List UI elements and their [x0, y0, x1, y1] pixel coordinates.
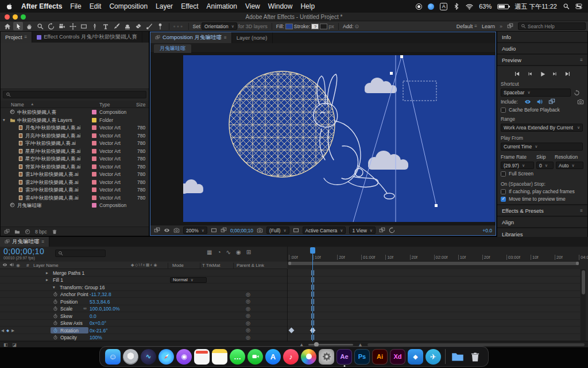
timeline-search-box[interactable] — [55, 250, 106, 257]
dock-photoshop-icon[interactable]: Ps — [354, 349, 370, 365]
dock-messages-icon[interactable]: … — [230, 349, 245, 365]
pickwhip-icon[interactable]: ◎ — [246, 298, 250, 304]
exposure-value[interactable]: +0.0 — [482, 228, 492, 233]
frame-rate-select[interactable]: (29.97) — [501, 162, 534, 169]
workspace-overflow-icon[interactable]: » — [500, 24, 502, 29]
rectangle-tool[interactable] — [79, 22, 88, 30]
label-color-chip[interactable] — [92, 164, 96, 169]
glasses-icon[interactable] — [173, 227, 180, 233]
stopwatch-icon[interactable] — [53, 299, 58, 304]
hand-tool[interactable] — [24, 22, 34, 30]
stopwatch-icon[interactable] — [53, 292, 58, 297]
timeline-row-track[interactable] — [288, 334, 580, 342]
blend-mode-select[interactable]: Normal — [170, 277, 207, 283]
timeline-row-label[interactable]: Skew0.0◎ — [0, 312, 287, 320]
resolution-select[interactable]: (Full) — [266, 227, 289, 234]
play-from-select[interactable]: Current Time — [501, 143, 583, 151]
snapshot-icon[interactable] — [257, 227, 263, 233]
project-item-row[interactable]: 中秋節快樂鐵人賽Composition — [1, 108, 149, 116]
workspace-select[interactable]: Default≡ — [457, 24, 477, 29]
menu-layer[interactable]: Layer — [156, 2, 173, 10]
composition-mini-flowchart-icon[interactable]: ▦ — [207, 249, 212, 255]
label-color-chip[interactable] — [92, 125, 96, 130]
region-of-interest-icon[interactable] — [293, 227, 299, 233]
composition-canvas[interactable] — [150, 53, 496, 226]
pickwhip-icon[interactable]: ◎ — [246, 335, 250, 340]
panel-menu-icon[interactable]: ≡ — [580, 57, 583, 63]
pickwhip-icon[interactable]: ◎ — [246, 292, 250, 297]
mask-visibility-icon[interactable] — [220, 227, 227, 233]
next-frame-button[interactable] — [551, 70, 559, 78]
reset-preview-icon[interactable] — [574, 90, 580, 96]
motion-blur-icon[interactable]: ◉ — [236, 249, 241, 255]
stroke-swatch[interactable]: ? — [311, 24, 319, 29]
timeline-row-label[interactable]: ▸Merge Paths 1 — [0, 269, 287, 277]
timeline-row-label[interactable]: Opacity100%◎ — [0, 334, 287, 342]
viewer-timecode[interactable]: 0;00;00;10 — [230, 228, 253, 233]
property-value[interactable]: 100.0,100.0% — [90, 306, 119, 312]
graph-editor-icon[interactable]: ⊞ — [246, 249, 251, 255]
spotlight-icon[interactable] — [563, 3, 570, 10]
menu-effect[interactable]: Effect — [181, 2, 198, 10]
eraser-tool[interactable] — [133, 22, 143, 30]
info-panel-header[interactable]: Info — [497, 32, 587, 43]
stopwatch-icon[interactable] — [53, 335, 58, 340]
property-value[interactable]: 100% — [90, 335, 102, 340]
stopwatch-icon[interactable] — [53, 306, 58, 311]
preview-panel-header[interactable]: Preview≡ — [497, 55, 587, 66]
home-tool[interactable] — [2, 22, 12, 30]
timeline-track-area[interactable] — [287, 269, 580, 341]
project-item-row[interactable]: 月兔嘛哇噻Composition — [1, 201, 149, 209]
current-timecode[interactable]: 0;00;00;10 — [3, 247, 44, 256]
play-button[interactable] — [538, 70, 547, 78]
bluetooth-icon[interactable] — [453, 3, 460, 10]
menu-animation[interactable]: Animation — [207, 2, 237, 10]
stopwatch-icon[interactable] — [53, 320, 58, 325]
playhead-handle[interactable] — [310, 247, 315, 254]
include-overlays-icon[interactable] — [548, 98, 555, 105]
align-panel-header[interactable]: Align — [497, 217, 587, 228]
timeline-zoom-slider[interactable] — [308, 344, 353, 346]
frame-blending-icon[interactable]: ∿ — [226, 249, 231, 255]
project-item-row[interactable]: 星星/中秋節快樂鐵人賽.aiVector Art780 — [1, 147, 149, 155]
shortcut-select[interactable]: Spacebar — [501, 89, 571, 97]
always-preview-icon[interactable] — [154, 227, 160, 233]
first-frame-button[interactable] — [513, 70, 521, 78]
dock-podcasts-icon[interactable]: ◉ — [176, 349, 192, 365]
create-folder-icon[interactable] — [14, 229, 20, 235]
keyframe-diamond[interactable] — [289, 327, 295, 333]
project-trash-icon[interactable] — [52, 229, 57, 235]
clone-stamp-tool[interactable] — [122, 22, 132, 30]
work-area-bar[interactable] — [288, 262, 579, 265]
fast-previews-icon[interactable] — [389, 227, 395, 233]
timeline-row-track[interactable] — [288, 320, 580, 327]
last-frame-button[interactable] — [563, 70, 572, 78]
scrollbar-thumb[interactable] — [582, 270, 585, 294]
camera-select[interactable]: Active Camera — [303, 227, 346, 234]
roto-brush-tool[interactable] — [144, 22, 154, 30]
apple-menu[interactable] — [6, 3, 13, 10]
timeline-row-track[interactable] — [288, 327, 580, 334]
panel-menu-icon[interactable]: ≡ — [224, 35, 227, 40]
timeline-row-label[interactable]: Position53.3,84.6◎ — [0, 298, 287, 305]
type-tool[interactable] — [100, 22, 110, 30]
full-screen-checkbox[interactable] — [501, 171, 506, 177]
stroke-width-field[interactable] — [320, 24, 327, 29]
pickwhip-icon[interactable]: ◎ — [246, 327, 250, 333]
label-color-chip[interactable] — [92, 187, 96, 192]
search-help-box[interactable] — [518, 22, 586, 30]
project-item-row[interactable]: 雲1/中秋節快樂鐵人賽.aiVector Art780 — [1, 170, 149, 178]
timeline-row-label[interactable]: Scale∞100.0,100.0%◎ — [0, 305, 287, 313]
tab-project[interactable]: Project ≡ — [1, 32, 32, 43]
expand-layers-icon[interactable]: ◪ — [13, 342, 17, 347]
column-trkmat[interactable]: T TrkMat — [202, 263, 220, 268]
project-search-input[interactable] — [13, 92, 139, 98]
timeline-row-track[interactable] — [288, 269, 580, 277]
timeline-vertical-scrollbar[interactable] — [581, 269, 586, 341]
label-color-chip[interactable] — [92, 110, 96, 114]
dock-photos-icon[interactable] — [301, 349, 316, 365]
twirl-icon[interactable]: ▾ — [53, 285, 55, 290]
timeline-row-label[interactable]: Anchor Point-11.7,32.8◎ — [0, 291, 287, 298]
dock-settings-icon[interactable] — [319, 349, 334, 365]
label-color-chip[interactable] — [92, 141, 96, 145]
